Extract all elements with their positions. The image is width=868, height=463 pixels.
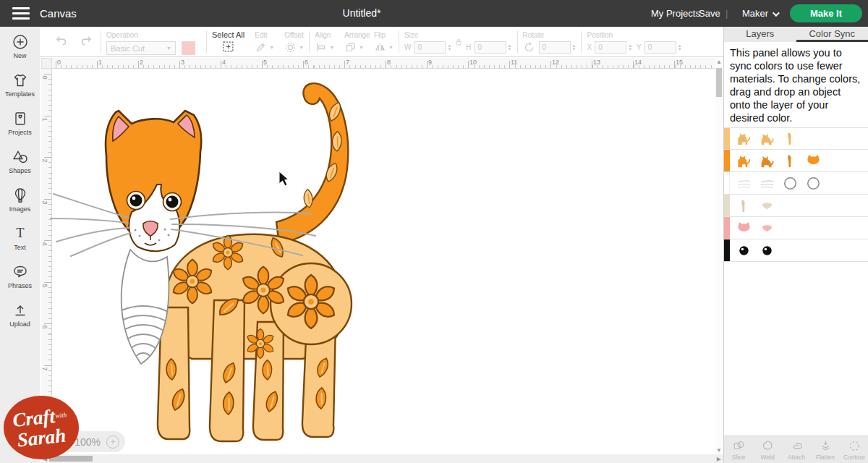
layer-thumb-nose[interactable]	[759, 197, 775, 214]
edit-menu[interactable]: Edit ▼	[255, 27, 274, 56]
height-stepper[interactable]: ▲▼	[508, 44, 512, 51]
sidebar-item-phrases[interactable]: Phrases	[0, 257, 40, 295]
layer-thumb-cat[interactable]	[736, 153, 752, 169]
color-row-white[interactable]	[724, 172, 868, 195]
position-y-field[interactable]: Y 0 ▲▼	[637, 41, 682, 54]
color-row-beige[interactable]	[724, 195, 868, 217]
layer-thumb-eye-ring[interactable]	[782, 175, 799, 192]
height-field[interactable]: H 0 ▲▼	[466, 41, 511, 54]
sidebar-item-upload[interactable]: Upload	[0, 295, 40, 334]
design-canvas[interactable]: 012345678910111213141516 012345678	[40, 57, 723, 463]
operation-select[interactable]: Basic Cut▼	[106, 41, 176, 55]
offset-menu[interactable]: Offset ▼	[284, 27, 304, 56]
color-row-light-orange[interactable]	[724, 127, 868, 150]
my-projects-link[interactable]: My Projects	[651, 8, 700, 19]
speech-bubble-icon	[12, 263, 29, 281]
layer-thumb-cat-head[interactable]	[805, 153, 822, 169]
rotate-section: Rotate 0 ▲▼	[523, 27, 576, 56]
weld-button[interactable]: Weld	[753, 436, 782, 463]
color-row-black[interactable]	[724, 239, 868, 262]
align-menu[interactable]: Align ▼	[315, 27, 334, 56]
weld-icon	[761, 439, 775, 453]
hot-air-balloon-icon	[12, 187, 29, 204]
layer-thumb-leg[interactable]	[782, 130, 799, 147]
text-icon: T	[12, 225, 29, 242]
rotate-field[interactable]: 0 ▲▼	[539, 41, 576, 54]
redo-icon[interactable]	[79, 34, 95, 50]
edit-toolbar: Operation Basic Cut▼ Select All Edit ▼ O…	[40, 27, 723, 57]
flatten-button[interactable]: Flatten	[811, 436, 840, 463]
sidebar-item-text[interactable]: T Text	[0, 218, 40, 257]
sidebar-item-templates[interactable]: Templates	[0, 65, 40, 103]
position-y-stepper[interactable]: ▲▼	[678, 44, 682, 51]
make-it-button[interactable]: Make It	[790, 4, 862, 22]
width-field[interactable]: W 0 ▲▼	[404, 41, 451, 54]
operation-color-swatch[interactable]	[182, 41, 195, 55]
layer-thumb-eye-ring[interactable]	[805, 175, 822, 192]
rotate-icon[interactable]	[523, 41, 535, 54]
scroll-right-icon[interactable]: ▶	[717, 456, 721, 462]
select-all-icon	[222, 41, 234, 53]
sidebar-item-projects[interactable]: Projects	[0, 103, 40, 142]
color-sync-panel: Layers Color Sync This panel allows you …	[723, 27, 868, 463]
layer-thumb-eye[interactable]	[736, 242, 752, 259]
save-link[interactable]: Save	[699, 8, 720, 19]
layer-thumb-leg[interactable]	[782, 153, 799, 169]
layer-thumb-leg[interactable]	[736, 197, 752, 214]
h-scrollbar[interactable]: ◀ ▶	[41, 454, 723, 463]
lock-icon[interactable]	[454, 37, 463, 47]
position-x-field[interactable]: X 0 ▲▼	[587, 41, 632, 54]
zoom-in-button[interactable]: +	[106, 436, 119, 449]
undo-icon[interactable]	[53, 34, 69, 50]
canvas-object-cat[interactable]	[43, 76, 376, 459]
flip-icon	[374, 41, 386, 54]
page-title: Canvas	[40, 7, 77, 20]
position-section: Position X 0 ▲▼ Y 0 ▲▼	[587, 27, 681, 56]
document-title[interactable]: Untitled*	[318, 7, 405, 19]
layer-thumb-cat[interactable]	[736, 130, 752, 147]
width-stepper[interactable]: ▲▼	[447, 44, 451, 51]
project-journal-icon	[12, 110, 29, 127]
machine-select[interactable]: Maker	[742, 8, 778, 19]
svg-text:with: with	[55, 411, 67, 420]
tshirt-icon	[12, 72, 29, 89]
rotate-stepper[interactable]: ▲▼	[572, 44, 576, 51]
header-divider: |	[726, 8, 728, 19]
layer-thumb-whiskers[interactable]	[736, 175, 752, 192]
sidebar-item-new[interactable]: New	[0, 27, 40, 65]
layer-thumb-whiskers[interactable]	[759, 175, 775, 192]
color-row-orange[interactable]	[724, 150, 868, 172]
sidebar-item-shapes[interactable]: Shapes	[0, 142, 40, 180]
craft-with-sarah-logo: Craft with Sarah	[3, 395, 80, 460]
v-scrollbar[interactable]: ▲ ▼	[715, 58, 723, 454]
scroll-down-icon[interactable]: ▼	[716, 447, 722, 454]
flip-menu[interactable]: Flip ▼	[374, 27, 393, 56]
layer-thumb-cat[interactable]	[759, 153, 775, 169]
scroll-up-icon[interactable]: ▲	[716, 59, 722, 65]
layer-thumb-cat[interactable]	[759, 130, 775, 147]
operation-section: Operation Basic Cut▼	[106, 27, 195, 56]
machine-label: Maker	[742, 8, 768, 19]
new-plus-icon	[12, 33, 29, 51]
contour-button[interactable]: Contour	[840, 436, 868, 463]
panel-description: This panel allows you to sync colors to …	[724, 42, 868, 127]
position-x-stepper[interactable]: ▲▼	[628, 44, 632, 51]
sidebar-item-images[interactable]: Images	[0, 180, 40, 218]
row-color-strip	[724, 239, 730, 261]
layer-thumb-nose[interactable]	[759, 220, 775, 237]
layer-thumb-cat-head[interactable]	[736, 220, 752, 237]
layer-thumb-eye[interactable]	[759, 242, 775, 259]
v-scroll-thumb[interactable]	[716, 68, 722, 97]
tab-layers[interactable]: Layers	[724, 27, 796, 42]
chevron-down-icon	[773, 9, 780, 17]
tab-color-sync[interactable]: Color Sync	[796, 27, 868, 42]
offset-icon	[284, 41, 297, 54]
select-all-button[interactable]: Select All	[212, 27, 244, 56]
attach-paperclip-icon	[790, 439, 804, 453]
arrange-menu[interactable]: Arrange ▼	[344, 27, 364, 56]
color-row-pink[interactable]	[724, 217, 868, 239]
attach-button[interactable]: Attach	[782, 436, 811, 463]
menu-icon[interactable]	[12, 7, 30, 20]
slice-button[interactable]: Slice	[724, 436, 753, 463]
mouse-cursor	[278, 171, 290, 187]
